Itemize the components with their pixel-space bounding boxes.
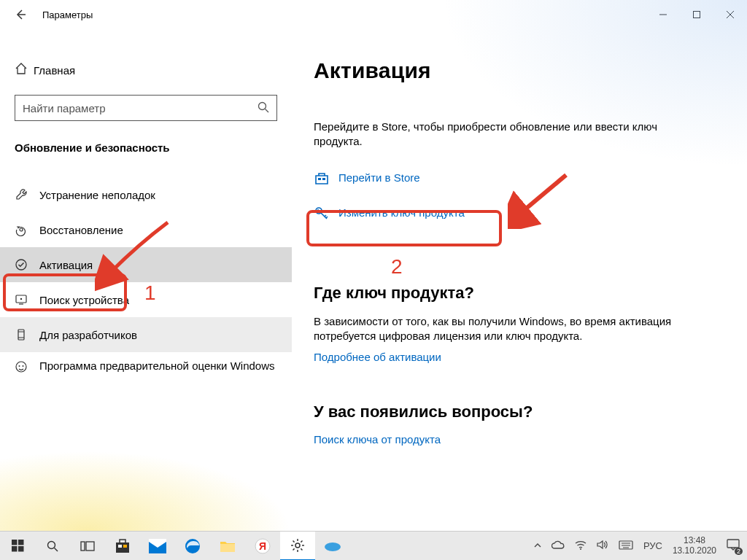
taskbar-app-store[interactable]: [105, 532, 140, 561]
svg-point-7: [16, 260, 26, 270]
link-label: Перейти в Store: [338, 171, 420, 184]
tray-clock[interactable]: 13:48 13.10.2020: [673, 536, 716, 556]
taskview-icon: [80, 540, 95, 552]
arrow-left-icon: [15, 9, 26, 20]
insider-icon: [15, 359, 39, 374]
svg-rect-34: [220, 544, 235, 552]
taskbar-app-edge[interactable]: [175, 532, 210, 561]
svg-line-45: [301, 540, 302, 542]
svg-rect-10: [18, 330, 24, 340]
tray-notifications[interactable]: 2: [727, 539, 740, 553]
wrench-icon: [15, 187, 39, 202]
window-title: Параметры: [42, 9, 93, 20]
find-product-key-link[interactable]: Поиск ключа от продукта: [314, 433, 747, 446]
learn-more-activation-link[interactable]: Подробнее об активации: [314, 351, 747, 363]
svg-rect-31: [123, 545, 127, 548]
key-icon: [314, 205, 330, 221]
svg-rect-27: [86, 542, 94, 551]
close-icon: [726, 10, 735, 19]
yandex-icon: Я: [255, 538, 271, 554]
sidebar-item-label: Поиск устройства: [39, 294, 129, 306]
tray-wifi-icon[interactable]: [575, 540, 587, 552]
taskbar-app-yandex[interactable]: Я: [245, 532, 280, 561]
back-button[interactable]: [6, 0, 35, 29]
store-app-icon: [115, 538, 131, 554]
svg-point-37: [295, 543, 300, 548]
taskbar-search[interactable]: [35, 532, 70, 561]
svg-rect-29: [120, 540, 125, 543]
subheading-questions: У вас появились вопросы?: [314, 402, 747, 421]
tray-keyboard-icon[interactable]: [619, 540, 633, 552]
sidebar-item-label: Восстановление: [39, 224, 123, 236]
edge-icon: [185, 538, 201, 554]
start-button[interactable]: [0, 532, 35, 561]
link-label: Изменить ключ продукта: [338, 206, 465, 219]
minimize-icon: [659, 10, 667, 19]
svg-rect-16: [318, 178, 321, 180]
svg-rect-20: [12, 540, 18, 545]
sidebar-item-label: Устранение неполадок: [39, 189, 155, 201]
tray-language[interactable]: РУС: [643, 540, 662, 551]
svg-point-6: [20, 228, 23, 231]
tray-onedrive-icon[interactable]: [551, 540, 565, 551]
sidebar-item-developers[interactable]: Для разработчиков: [0, 317, 292, 352]
minimize-button[interactable]: [646, 0, 680, 29]
taskbar-taskview[interactable]: [70, 532, 105, 561]
sidebar-item-label: Для разработчиков: [39, 329, 137, 341]
search-icon: [46, 540, 59, 553]
store-icon: [314, 170, 330, 186]
taskbar-app-mail[interactable]: [140, 532, 175, 561]
svg-rect-30: [118, 545, 122, 548]
svg-rect-21: [18, 540, 24, 545]
cloud-app-icon: [324, 540, 341, 552]
taskbar-app-settings[interactable]: [280, 532, 315, 561]
change-product-key-link[interactable]: Изменить ключ продукта: [314, 202, 747, 224]
sidebar-item-label: Главная: [34, 64, 75, 77]
close-button[interactable]: [713, 0, 747, 29]
svg-point-46: [325, 542, 341, 551]
svg-rect-26: [81, 542, 85, 551]
svg-point-15: [23, 365, 24, 367]
svg-point-9: [20, 298, 22, 300]
find-device-icon: [15, 292, 39, 307]
svg-rect-17: [322, 178, 325, 180]
system-tray: РУС 13:48 13.10.2020 2: [530, 536, 747, 556]
check-circle-icon: [15, 257, 39, 272]
taskbar-app-explorer[interactable]: [210, 532, 245, 561]
maximize-button[interactable]: [680, 0, 713, 29]
developers-icon: [15, 327, 39, 342]
content-pane: Активация Перейдите в Store, чтобы приоб…: [292, 29, 747, 531]
go-to-store-link[interactable]: Перейти в Store: [314, 167, 747, 189]
sidebar-item-activation[interactable]: Активация: [0, 247, 292, 282]
search-input[interactable]: [15, 95, 277, 121]
recovery-icon: [15, 222, 39, 237]
svg-point-24: [48, 541, 55, 548]
tray-date: 13.10.2020: [673, 546, 716, 556]
settings-window: Параметры Главная Обновление и безопасно…: [0, 0, 747, 531]
svg-line-5: [266, 109, 269, 113]
taskbar: Я РУС 13:48 13.10.2020 2: [0, 531, 747, 560]
sidebar-item-home[interactable]: Главная: [0, 54, 292, 86]
titlebar: Параметры: [0, 0, 747, 29]
notification-badge: 2: [735, 548, 743, 555]
subtext: В зависимости от того, как вы получили W…: [314, 314, 708, 344]
tray-chevron-up-icon[interactable]: [534, 540, 541, 551]
tray-volume-icon[interactable]: [597, 540, 608, 552]
svg-point-47: [580, 548, 581, 550]
section-title: Обновление и безопасность: [15, 141, 292, 154]
sidebar-item-recovery[interactable]: Восстановление: [0, 212, 292, 247]
sidebar-item-find-device[interactable]: Поиск устройства: [0, 282, 292, 317]
svg-line-44: [293, 548, 295, 550]
taskbar-app-generic[interactable]: [315, 532, 350, 561]
page-heading: Активация: [314, 58, 747, 83]
svg-rect-28: [116, 542, 129, 553]
gear-icon: [290, 538, 305, 553]
sidebar-item-insider[interactable]: Программа предварительной оценки Windows: [0, 352, 292, 393]
svg-point-19: [317, 209, 319, 211]
svg-point-14: [19, 365, 20, 367]
folder-icon: [220, 540, 236, 553]
windows-logo-icon: [12, 540, 24, 552]
svg-line-43: [301, 548, 302, 550]
svg-point-18: [316, 208, 322, 214]
sidebar-item-troubleshoot[interactable]: Устранение неполадок: [0, 177, 292, 212]
